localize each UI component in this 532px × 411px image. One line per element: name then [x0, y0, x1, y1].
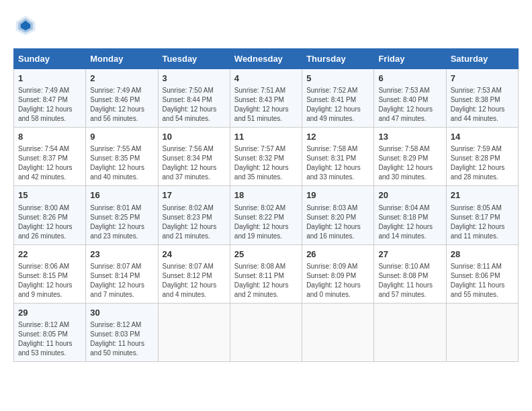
calendar-cell: 6Sunrise: 7:53 AM Sunset: 8:40 PM Daylig… [374, 69, 446, 128]
day-info: Sunrise: 8:02 AM Sunset: 8:23 PM Dayligh… [163, 203, 226, 241]
day-number: 18 [234, 189, 298, 201]
day-header-monday: Monday [86, 49, 158, 69]
calendar-cell: 11Sunrise: 7:57 AM Sunset: 8:32 PM Dayli… [230, 128, 302, 186]
day-info: Sunrise: 8:09 AM Sunset: 8:09 PM Dayligh… [306, 262, 369, 300]
calendar-cell: 17Sunrise: 8:02 AM Sunset: 8:23 PM Dayli… [158, 186, 230, 244]
calendar-cell [158, 303, 230, 361]
day-number: 6 [378, 73, 441, 85]
calendar-cell: 29Sunrise: 8:12 AM Sunset: 8:05 PM Dayli… [14, 303, 86, 361]
day-info: Sunrise: 8:03 AM Sunset: 8:20 PM Dayligh… [306, 203, 369, 241]
calendar-cell: 16Sunrise: 8:01 AM Sunset: 8:25 PM Dayli… [86, 186, 158, 244]
day-number: 14 [451, 131, 514, 143]
day-info: Sunrise: 7:53 AM Sunset: 8:38 PM Dayligh… [451, 86, 514, 124]
calendar-body: 1Sunrise: 7:49 AM Sunset: 8:47 PM Daylig… [14, 69, 519, 362]
calendar-header: SundayMondayTuesdayWednesdayThursdayFrid… [14, 49, 519, 69]
calendar-cell: 15Sunrise: 8:00 AM Sunset: 8:26 PM Dayli… [14, 186, 86, 244]
calendar-cell: 1Sunrise: 7:49 AM Sunset: 8:47 PM Daylig… [14, 69, 86, 128]
calendar-cell: 13Sunrise: 7:58 AM Sunset: 8:29 PM Dayli… [374, 128, 446, 186]
day-info: Sunrise: 7:59 AM Sunset: 8:28 PM Dayligh… [451, 144, 514, 182]
day-info: Sunrise: 8:01 AM Sunset: 8:25 PM Dayligh… [90, 203, 153, 241]
day-number: 10 [163, 131, 226, 143]
calendar-row-2: 8Sunrise: 7:54 AM Sunset: 8:37 PM Daylig… [14, 128, 519, 186]
day-info: Sunrise: 8:12 AM Sunset: 8:05 PM Dayligh… [18, 320, 81, 358]
day-header-sunday: Sunday [14, 49, 86, 69]
day-info: Sunrise: 7:56 AM Sunset: 8:34 PM Dayligh… [163, 144, 226, 182]
day-info: Sunrise: 7:49 AM Sunset: 8:46 PM Dayligh… [90, 86, 153, 124]
calendar-row-1: 1Sunrise: 7:49 AM Sunset: 8:47 PM Daylig… [14, 69, 519, 128]
day-info: Sunrise: 7:53 AM Sunset: 8:40 PM Dayligh… [378, 86, 441, 124]
calendar-cell [446, 303, 518, 361]
day-number: 19 [306, 189, 369, 201]
calendar-cell: 23Sunrise: 8:07 AM Sunset: 8:14 PM Dayli… [86, 244, 158, 303]
calendar-cell: 22Sunrise: 8:06 AM Sunset: 8:15 PM Dayli… [14, 244, 86, 303]
calendar-cell [374, 303, 446, 361]
day-header-friday: Friday [374, 49, 446, 69]
calendar-cell: 8Sunrise: 7:54 AM Sunset: 8:37 PM Daylig… [14, 128, 86, 186]
calendar-row-3: 15Sunrise: 8:00 AM Sunset: 8:26 PM Dayli… [14, 186, 519, 244]
calendar-row-4: 22Sunrise: 8:06 AM Sunset: 8:15 PM Dayli… [14, 244, 519, 303]
calendar-cell: 9Sunrise: 7:55 AM Sunset: 8:35 PM Daylig… [86, 128, 158, 186]
calendar-row-5: 29Sunrise: 8:12 AM Sunset: 8:05 PM Dayli… [14, 303, 519, 361]
day-info: Sunrise: 7:54 AM Sunset: 8:37 PM Dayligh… [18, 144, 81, 182]
day-info: Sunrise: 8:00 AM Sunset: 8:26 PM Dayligh… [18, 203, 81, 241]
page-header [13, 13, 519, 38]
calendar-cell: 21Sunrise: 8:05 AM Sunset: 8:17 PM Dayli… [446, 186, 518, 244]
day-number: 27 [378, 248, 441, 261]
day-info: Sunrise: 7:58 AM Sunset: 8:29 PM Dayligh… [378, 144, 441, 182]
day-number: 25 [234, 248, 298, 261]
day-info: Sunrise: 8:10 AM Sunset: 8:08 PM Dayligh… [378, 262, 441, 300]
calendar-cell: 24Sunrise: 8:07 AM Sunset: 8:12 PM Dayli… [158, 244, 230, 303]
day-number: 16 [90, 189, 153, 201]
day-number: 8 [18, 131, 81, 143]
logo-icon [13, 13, 38, 38]
header-row: SundayMondayTuesdayWednesdayThursdayFrid… [14, 49, 519, 69]
day-number: 4 [234, 73, 298, 85]
day-info: Sunrise: 8:06 AM Sunset: 8:15 PM Dayligh… [18, 262, 81, 300]
day-number: 15 [18, 189, 81, 201]
day-info: Sunrise: 8:08 AM Sunset: 8:11 PM Dayligh… [234, 262, 298, 300]
day-number: 1 [18, 73, 81, 85]
calendar-cell: 20Sunrise: 8:04 AM Sunset: 8:18 PM Dayli… [374, 186, 446, 244]
calendar-cell: 5Sunrise: 7:52 AM Sunset: 8:41 PM Daylig… [302, 69, 374, 128]
day-info: Sunrise: 7:55 AM Sunset: 8:35 PM Dayligh… [90, 144, 153, 182]
day-number: 29 [18, 307, 81, 319]
calendar-cell: 2Sunrise: 7:49 AM Sunset: 8:46 PM Daylig… [86, 69, 158, 128]
calendar-cell: 12Sunrise: 7:58 AM Sunset: 8:31 PM Dayli… [302, 128, 374, 186]
calendar-cell: 30Sunrise: 8:12 AM Sunset: 8:03 PM Dayli… [86, 303, 158, 361]
day-number: 12 [306, 131, 369, 143]
calendar-cell: 19Sunrise: 8:03 AM Sunset: 8:20 PM Dayli… [302, 186, 374, 244]
day-info: Sunrise: 7:57 AM Sunset: 8:32 PM Dayligh… [234, 144, 298, 182]
day-info: Sunrise: 7:49 AM Sunset: 8:47 PM Dayligh… [18, 86, 81, 124]
calendar-cell: 7Sunrise: 7:53 AM Sunset: 8:38 PM Daylig… [446, 69, 518, 128]
day-info: Sunrise: 8:05 AM Sunset: 8:17 PM Dayligh… [451, 203, 514, 241]
logo [13, 13, 42, 38]
day-number: 21 [451, 189, 514, 201]
day-info: Sunrise: 7:58 AM Sunset: 8:31 PM Dayligh… [306, 144, 369, 182]
day-number: 17 [163, 189, 226, 201]
day-info: Sunrise: 7:52 AM Sunset: 8:41 PM Dayligh… [306, 86, 369, 124]
calendar-cell: 3Sunrise: 7:50 AM Sunset: 8:44 PM Daylig… [158, 69, 230, 128]
day-number: 23 [90, 248, 153, 261]
day-number: 13 [378, 131, 441, 143]
day-number: 11 [234, 131, 298, 143]
day-number: 5 [306, 73, 369, 85]
day-header-wednesday: Wednesday [230, 49, 302, 69]
day-info: Sunrise: 8:04 AM Sunset: 8:18 PM Dayligh… [378, 203, 441, 241]
calendar-cell: 4Sunrise: 7:51 AM Sunset: 8:43 PM Daylig… [230, 69, 302, 128]
calendar-cell: 18Sunrise: 8:02 AM Sunset: 8:22 PM Dayli… [230, 186, 302, 244]
day-info: Sunrise: 7:51 AM Sunset: 8:43 PM Dayligh… [234, 86, 298, 124]
day-number: 24 [163, 248, 226, 261]
day-number: 2 [90, 73, 153, 85]
day-number: 3 [163, 73, 226, 85]
day-info: Sunrise: 8:02 AM Sunset: 8:22 PM Dayligh… [234, 203, 298, 241]
day-number: 7 [451, 73, 514, 85]
day-info: Sunrise: 8:12 AM Sunset: 8:03 PM Dayligh… [90, 320, 153, 358]
calendar-cell: 26Sunrise: 8:09 AM Sunset: 8:09 PM Dayli… [302, 244, 374, 303]
calendar-cell: 10Sunrise: 7:56 AM Sunset: 8:34 PM Dayli… [158, 128, 230, 186]
calendar-table: SundayMondayTuesdayWednesdayThursdayFrid… [13, 48, 519, 362]
day-info: Sunrise: 8:07 AM Sunset: 8:12 PM Dayligh… [163, 262, 226, 300]
day-info: Sunrise: 8:11 AM Sunset: 8:06 PM Dayligh… [451, 262, 514, 300]
calendar-cell: 25Sunrise: 8:08 AM Sunset: 8:11 PM Dayli… [230, 244, 302, 303]
day-info: Sunrise: 7:50 AM Sunset: 8:44 PM Dayligh… [163, 86, 226, 124]
day-header-saturday: Saturday [446, 49, 518, 69]
